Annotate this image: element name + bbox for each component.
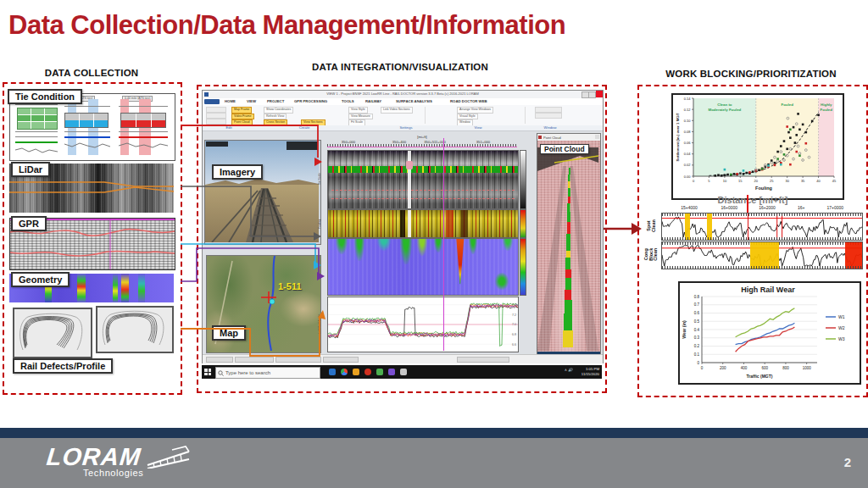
tab-project[interactable]: PROJECT bbox=[267, 99, 284, 103]
map-window[interactable]: 1-511 Map bbox=[206, 255, 321, 353]
maximize-button[interactable] bbox=[588, 92, 596, 98]
refresh-view-button[interactable]: Refresh View bbox=[264, 114, 287, 120]
link-video-sections-button[interactable]: Link Video Sections bbox=[381, 107, 413, 114]
tab-view[interactable]: VIEW bbox=[247, 99, 256, 103]
tie-scale-axis-label: Tie Scale bbox=[318, 153, 326, 204]
map-label: Map bbox=[212, 325, 246, 341]
svg-text:0.2: 0.2 bbox=[694, 344, 700, 348]
start-button-icon[interactable] bbox=[204, 369, 211, 375]
point-cloud-view[interactable] bbox=[537, 141, 600, 352]
group-create: Create bbox=[253, 125, 355, 130]
taskbar-app-icon[interactable] bbox=[376, 369, 383, 375]
svg-text:0.6: 0.6 bbox=[694, 311, 700, 315]
app-window-title: VIEW 1 - Project:BNSF 2021 LowRR Line - … bbox=[203, 92, 603, 96]
visual-style-button[interactable]: Visual Style bbox=[457, 114, 478, 120]
tie-condition-ribbon bbox=[563, 168, 573, 347]
point-cloud-window-title: Point Cloud bbox=[543, 136, 561, 140]
app-ribbon: Map Frame Video Frame Point Cloud Cross … bbox=[203, 105, 603, 126]
taskbar-app-icon[interactable] bbox=[400, 369, 407, 375]
svg-text:5: 5 bbox=[708, 179, 710, 183]
svg-text:0.02: 0.02 bbox=[684, 163, 692, 167]
taskbar-clock[interactable]: 1:05 PM 11/15/2020 bbox=[581, 367, 599, 376]
ribbon-stub-button[interactable] bbox=[535, 107, 562, 113]
tie-condition-label: Tie Condition bbox=[8, 89, 82, 104]
ribbon-stub-button[interactable] bbox=[535, 113, 562, 119]
geometry-band bbox=[113, 274, 118, 302]
tab-home[interactable]: HOME bbox=[225, 99, 236, 103]
fouling-axis-label: Fouling bbox=[318, 211, 326, 236]
imagery-photo bbox=[205, 141, 319, 242]
distance-cursor-upper bbox=[747, 195, 748, 213]
svg-text:Moderately Fouled: Moderately Fouled bbox=[708, 108, 741, 112]
map-frame-button[interactable]: Map Frame bbox=[231, 107, 252, 114]
distance-tick: 16+0000 bbox=[721, 205, 737, 210]
taskbar-app-icon[interactable] bbox=[388, 369, 395, 375]
taskbar-search-box[interactable]: Type here to search bbox=[215, 367, 320, 379]
svg-text:Clean to: Clean to bbox=[717, 103, 732, 107]
arrange-view-windows-button[interactable]: Arrange View Windows bbox=[457, 107, 493, 114]
view-style-button[interactable]: View Style bbox=[348, 107, 368, 114]
loram-technologies-text: Technologies bbox=[83, 468, 143, 478]
distance-tick-labels: 15+400016+000016+200016+17+0000 bbox=[643, 205, 863, 212]
tab-surface-analysis[interactable]: SURFACE ANALYSIS bbox=[396, 99, 432, 103]
fouling-legend-bar bbox=[520, 209, 526, 238]
mileage-tick: 350+400 bbox=[382, 140, 416, 144]
svg-text:6.6: 6.6 bbox=[512, 343, 516, 347]
imagery-label: Imagery bbox=[212, 164, 263, 180]
show-coordinates-button[interactable]: Show Coordinates bbox=[264, 107, 293, 114]
loram-track-icon bbox=[147, 445, 191, 469]
svg-text:0: 0 bbox=[701, 366, 704, 370]
mileage-tick: 350+511+000 bbox=[415, 140, 455, 144]
svg-text:25: 25 bbox=[770, 179, 774, 183]
svg-text:800: 800 bbox=[782, 366, 789, 370]
taskbar-app-icon[interactable] bbox=[364, 369, 371, 375]
section-header-data-collection: DATA COLLECTION bbox=[3, 68, 181, 78]
video-frame-button[interactable]: Video Frame bbox=[231, 114, 254, 120]
svg-text:200: 200 bbox=[720, 366, 726, 370]
footer-accent-stripe bbox=[0, 428, 868, 438]
pc-close-icon[interactable] bbox=[595, 135, 599, 139]
svg-text:Fouling: Fouling bbox=[755, 186, 772, 191]
point-cloud-label: Point Cloud bbox=[540, 144, 589, 154]
mileage-axis: [mi+ft] 350+000 350+400 350+511+000 351+… bbox=[327, 135, 517, 148]
work-block-highlight bbox=[750, 242, 779, 269]
ribbon-stub-button[interactable] bbox=[206, 119, 226, 125]
taskbar-chrome-icon[interactable] bbox=[341, 369, 348, 375]
tab-railway[interactable]: RAILWAY bbox=[365, 99, 381, 103]
map-milepost-marker: 1-511 bbox=[278, 281, 302, 291]
svg-text:20: 20 bbox=[754, 179, 759, 183]
rail-height-axis-label: Left Rail Height bbox=[318, 298, 326, 349]
svg-text:0.08: 0.08 bbox=[684, 130, 692, 134]
svg-text:0.5: 0.5 bbox=[694, 319, 700, 324]
tab-road-doctor-web[interactable]: ROAD DOCTOR WEB bbox=[450, 99, 487, 103]
distance-tick: 17+0000 bbox=[827, 205, 844, 210]
work-block-highlight bbox=[685, 214, 690, 240]
file-tab[interactable] bbox=[204, 99, 220, 104]
svg-text:0.00: 0.00 bbox=[684, 175, 692, 179]
ribbon-stub-button[interactable] bbox=[206, 107, 226, 113]
tie-condition-bar bbox=[328, 166, 518, 173]
windows-taskbar: Type here to search ∧ 🔊 1:05 PM 11/15/20… bbox=[202, 365, 602, 379]
close-button[interactable] bbox=[596, 91, 603, 97]
tie-group-red bbox=[119, 99, 171, 158]
svg-text:0.14: 0.14 bbox=[684, 97, 692, 101]
taskbar-app-icon[interactable] bbox=[353, 369, 359, 375]
moisture-strip bbox=[327, 238, 519, 296]
svg-text:6.8: 6.8 bbox=[512, 333, 516, 336]
distance-title: Distance [mi+ft] bbox=[643, 195, 863, 205]
mileage-tick: 351+000 bbox=[466, 140, 500, 144]
high-rail-wear-chart: 0200400600800100000.10.20.30.40.50.60.70… bbox=[678, 281, 861, 385]
taskbar-app-icon[interactable] bbox=[329, 369, 336, 375]
view-measure-button[interactable]: View Measure bbox=[348, 114, 373, 120]
svg-text:0.8: 0.8 bbox=[694, 295, 700, 299]
gpr-fouling-strip bbox=[327, 209, 519, 238]
tab-gpr-processing[interactable]: GPR PROCESSING bbox=[294, 99, 327, 103]
tab-tools[interactable]: TOOLS bbox=[342, 99, 354, 103]
svg-text:7.2: 7.2 bbox=[512, 313, 516, 317]
mileage-cursor[interactable] bbox=[443, 138, 444, 351]
tray-glyphs[interactable]: ∧ 🔊 bbox=[565, 368, 573, 372]
grayscale-legend-bar bbox=[520, 150, 526, 209]
taskbar-search-placeholder: Type here to search bbox=[225, 370, 270, 375]
ribbon-stub-button[interactable] bbox=[206, 113, 226, 119]
mileage-unit-label: [mi+ft] bbox=[327, 135, 517, 139]
